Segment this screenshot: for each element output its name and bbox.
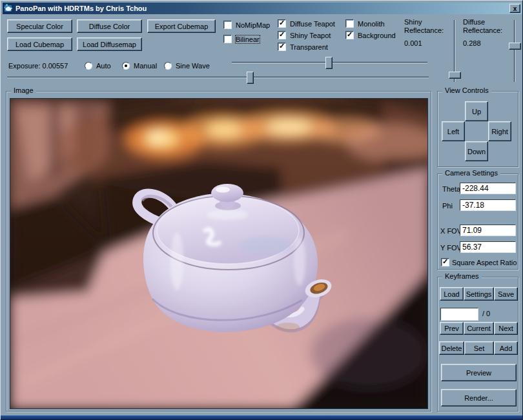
diffuse-reflectance-slider-track[interactable] xyxy=(514,20,515,82)
exposure-slider-thumb[interactable] xyxy=(247,72,254,84)
background-label: Background xyxy=(358,32,396,39)
transparent-checkbox[interactable] xyxy=(278,43,286,51)
view-up-button[interactable]: Up xyxy=(465,101,488,121)
load-diffusemap-button[interactable]: Load Diffusemap xyxy=(77,37,142,51)
keyframe-prev-button[interactable]: Prev xyxy=(440,322,464,335)
xfov-label: X FOV xyxy=(440,227,462,235)
keyframe-set-button[interactable]: Set xyxy=(464,341,494,355)
monolith-checkbox[interactable] xyxy=(345,19,354,28)
phi-label: Phi xyxy=(442,202,453,210)
keyframe-index-field[interactable] xyxy=(440,308,478,321)
square-aspect-label: Square Aspect Ratio xyxy=(452,259,517,266)
camera-settings-title: Camera Settings xyxy=(442,169,500,177)
option-slider-thumb[interactable] xyxy=(325,57,333,69)
exposure-manual-label: Manual xyxy=(134,62,157,70)
nomipmap-label: NoMipMap xyxy=(236,21,270,29)
specular-color-button[interactable]: Specular Color xyxy=(7,19,72,33)
exposure-label: Exposure: 0.00557 xyxy=(8,62,68,70)
diffuse-reflectance-slider-thumb[interactable] xyxy=(509,43,521,50)
keyframe-total-label: / 0 xyxy=(482,310,490,317)
window-bottom-edge xyxy=(1,415,523,419)
diffuse-teapot-label: Diffuse Teapot xyxy=(290,20,335,28)
title-bar[interactable]: PanoPan with HDRTMs by Chris Tchou x xyxy=(3,3,522,14)
shiny-reflectance-slider-thumb[interactable] xyxy=(449,72,461,79)
view-down-button[interactable]: Down xyxy=(465,141,488,161)
view-controls-title: View Controls xyxy=(442,86,491,94)
load-cubemap-button[interactable]: Load Cubemap xyxy=(7,37,72,51)
render-viewport[interactable] xyxy=(10,98,428,409)
diffuse-teapot-checkbox[interactable] xyxy=(278,19,286,28)
exposure-manual-radio[interactable] xyxy=(122,62,130,70)
transparent-label: Transparent xyxy=(290,43,328,51)
app-window: PanoPan with HDRTMs by Chris Tchou x Spe… xyxy=(0,0,523,420)
render-button[interactable]: Render... xyxy=(441,389,517,406)
keyframe-current-button[interactable]: Current xyxy=(464,322,494,335)
theta-field[interactable] xyxy=(460,183,516,194)
background-checkbox[interactable] xyxy=(345,31,354,39)
keyframe-load-button[interactable]: Load xyxy=(440,287,464,301)
bilinear-label: Bilinear xyxy=(236,35,260,43)
window-title: PanoPan with HDRTMs by Chris Tchou xyxy=(15,5,147,12)
keyframe-settings-button[interactable]: Settings xyxy=(464,287,494,301)
view-right-button[interactable]: Right xyxy=(488,121,511,141)
keyframe-next-button[interactable]: Next xyxy=(494,322,518,335)
diffuse-color-button[interactable]: Diffuse Color xyxy=(77,19,142,33)
diffuse-reflectance-label: Diffuse Reflectance: xyxy=(463,18,511,35)
shiny-reflectance-label: Shiny Reflectance: xyxy=(404,18,451,35)
view-left-button[interactable]: Left xyxy=(442,121,465,141)
monolith-label: Monolith xyxy=(358,20,385,28)
square-aspect-checkbox[interactable] xyxy=(441,258,449,266)
shiny-teapot-checkbox[interactable] xyxy=(278,31,286,39)
export-cubemap-button[interactable]: Export Cubemap xyxy=(147,19,216,33)
yfov-label: Y FOV xyxy=(440,244,462,252)
bilinear-checkbox[interactable] xyxy=(223,35,232,43)
exposure-auto-radio[interactable] xyxy=(85,62,92,70)
keyframes-title: Keyframes xyxy=(442,272,482,280)
xfov-field[interactable] xyxy=(460,225,516,236)
teapot-render xyxy=(10,99,428,409)
shiny-reflectance-value: 0.001 xyxy=(404,39,422,47)
app-icon xyxy=(4,4,13,13)
yfov-field[interactable] xyxy=(460,241,516,253)
close-icon[interactable]: x xyxy=(509,4,520,13)
nomipmap-checkbox[interactable] xyxy=(223,21,232,29)
exposure-slider-track[interactable] xyxy=(7,77,429,78)
phi-field[interactable] xyxy=(460,199,516,211)
exposure-sinewave-radio[interactable] xyxy=(164,62,172,70)
exposure-auto-label: Auto xyxy=(96,62,111,70)
keyframe-save-button[interactable]: Save xyxy=(494,287,518,301)
shiny-teapot-label: Shiny Teapot xyxy=(290,32,331,39)
keyframe-add-button[interactable]: Add xyxy=(494,341,518,355)
preview-button[interactable]: Preview xyxy=(441,364,517,381)
keyframe-delete-button[interactable]: Delete xyxy=(439,341,464,355)
diffuse-reflectance-value: 0.288 xyxy=(463,39,481,47)
exposure-sinewave-label: Sine Wave xyxy=(176,62,210,70)
image-group-title: Image xyxy=(11,86,36,94)
theta-label: Theta xyxy=(442,185,460,193)
